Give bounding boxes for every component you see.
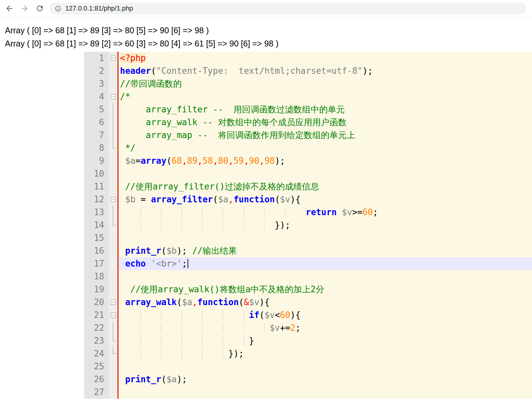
fold-guide — [113, 129, 113, 142]
code-text — [119, 270, 532, 283]
code-line[interactable]: 3//带回调函数的 — [84, 77, 532, 90]
code-text: array_walk($a,function(&$v){ — [119, 296, 532, 309]
code-line[interactable]: 26 print_r($a); — [84, 373, 532, 386]
code-line[interactable]: 10 — [84, 167, 532, 180]
fold-marker — [109, 142, 117, 155]
browser-toolbar: 127.0.0.1:81/php/1.php — [0, 0, 532, 17]
line-number: 9 — [84, 155, 109, 167]
fold-margin — [109, 244, 117, 257]
code-text: return $v>=60; — [119, 206, 532, 219]
fold-marker — [109, 334, 117, 347]
code-line[interactable]: 2header("Content-Type: text/html;charset… — [84, 65, 532, 77]
code-line[interactable]: 13 return $v>=60; — [84, 206, 532, 219]
code-line[interactable]: 23 } — [84, 334, 532, 347]
line-number: 14 — [84, 219, 109, 232]
code-text: array_filter -- 用回调函数过滤数组中的单元 — [119, 103, 532, 116]
text-cursor — [188, 259, 188, 268]
fold-marker — [109, 103, 117, 116]
fold-marker[interactable] — [109, 52, 117, 65]
fold-margin — [109, 386, 117, 399]
fold-margin — [109, 257, 117, 270]
fold-margin — [109, 180, 117, 193]
line-number: 21 — [84, 309, 109, 322]
code-text: if($v<60){ — [119, 309, 532, 322]
code-line[interactable]: 22 $v+=2; — [84, 322, 532, 334]
fold-margin — [109, 232, 117, 244]
code-line[interactable]: 4/* — [84, 90, 532, 103]
fold-guide — [113, 334, 116, 341]
fold-margin — [109, 65, 117, 77]
php-output-line-2: Array ( [0] => 68 [1] => 89 [2] => 60 [3… — [5, 37, 279, 50]
code-text: header("Content-Type: text/html;charset=… — [119, 65, 532, 77]
line-number: 7 — [84, 129, 109, 142]
code-line[interactable]: 25 — [84, 360, 532, 373]
line-number: 18 — [84, 270, 109, 283]
fold-margin — [109, 283, 117, 296]
arrow-right-icon — [20, 4, 29, 13]
line-number: 10 — [84, 167, 109, 180]
code-text: $b = array_filter($a,function($v){ — [119, 193, 532, 206]
line-number: 25 — [84, 360, 109, 373]
line-number: 4 — [84, 90, 109, 103]
code-text: print_r($b); //输出结果 — [119, 244, 532, 257]
code-line[interactable]: 20 array_walk($a,function(&$v){ — [84, 296, 532, 309]
page-info-icon[interactable] — [55, 5, 61, 12]
code-line[interactable]: 17 echo '<br>'; — [84, 257, 532, 270]
fold-collapse-icon[interactable] — [111, 56, 116, 61]
forward-button[interactable] — [18, 2, 31, 15]
refresh-icon — [35, 4, 44, 13]
line-number: 19 — [84, 283, 109, 296]
code-line[interactable]: 7 array_map -- 将回调函数作用到给定数组的单元上 — [84, 129, 532, 142]
code-line[interactable]: 8 */ — [84, 142, 532, 155]
line-number: 13 — [84, 206, 109, 219]
url-text[interactable]: 127.0.0.1:81/php/1.php — [65, 5, 133, 12]
code-line[interactable]: 15 — [84, 232, 532, 244]
code-line[interactable]: 27 — [84, 386, 532, 399]
code-line[interactable]: 5 array_filter -- 用回调函数过滤数组中的单元 — [84, 103, 532, 116]
fold-collapse-icon[interactable] — [111, 197, 116, 202]
address-bar[interactable]: 127.0.0.1:81/php/1.php — [49, 3, 526, 14]
line-number: 22 — [84, 322, 109, 334]
code-text: print_r($a); — [119, 373, 532, 386]
line-number: 15 — [84, 232, 109, 244]
code-line[interactable]: 19 //使用array_walk()将数组a中不及格的加上2分 — [84, 283, 532, 296]
fold-marker — [109, 129, 117, 142]
fold-marker — [109, 347, 117, 360]
line-number: 26 — [84, 373, 109, 386]
reload-button[interactable] — [33, 2, 46, 15]
code-text: }); — [119, 347, 532, 360]
code-text: //使用array_walk()将数组a中不及格的加上2分 — [119, 283, 532, 296]
code-line[interactable]: 12 $b = array_filter($a,function($v){ — [84, 193, 532, 206]
fold-margin — [109, 155, 117, 167]
code-line[interactable]: 16 print_r($b); //输出结果 — [84, 244, 532, 257]
fold-margin — [109, 373, 117, 386]
line-number: 3 — [84, 77, 109, 90]
fold-collapse-icon[interactable] — [111, 94, 116, 99]
fold-marker — [109, 322, 117, 334]
fold-marker[interactable] — [109, 309, 117, 322]
fold-marker — [109, 116, 117, 129]
line-number: 2 — [84, 65, 109, 77]
code-line[interactable]: 14 }); — [84, 219, 532, 232]
line-number: 11 — [84, 180, 109, 193]
fold-guide — [113, 219, 116, 225]
fold-marker[interactable] — [109, 193, 117, 206]
fold-collapse-icon[interactable] — [111, 300, 116, 305]
back-button[interactable] — [3, 2, 16, 15]
code-line[interactable]: 21 if($v<60){ — [84, 309, 532, 322]
code-line[interactable]: 1<?php — [84, 52, 532, 65]
code-line[interactable]: 11 //使用array_filter()过滤掉不及格的成绩信息 — [84, 180, 532, 193]
code-text: */ — [119, 142, 532, 155]
code-line[interactable]: 6 array_walk -- 对数组中的每个成员应用用户函数 — [84, 116, 532, 129]
code-line[interactable]: 9 $a=array(68,89,58,80,59,90,98); — [84, 155, 532, 167]
code-line[interactable]: 24 }); — [84, 347, 532, 360]
arrow-left-icon — [5, 4, 14, 13]
code-line[interactable]: 18 — [84, 270, 532, 283]
fold-marker[interactable] — [109, 296, 117, 309]
line-number: 16 — [84, 244, 109, 257]
fold-marker[interactable] — [109, 90, 117, 103]
code-editor[interactable]: 1<?php2header("Content-Type: text/html;c… — [84, 52, 532, 399]
fold-guide — [113, 103, 113, 116]
fold-collapse-icon[interactable] — [111, 313, 116, 318]
fold-margin — [109, 270, 117, 283]
